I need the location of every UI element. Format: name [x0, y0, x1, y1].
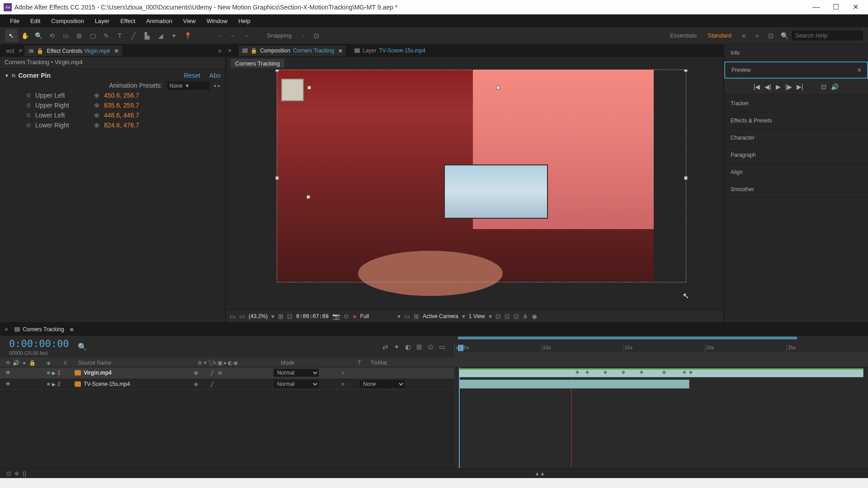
sync-icon-icon[interactable]: ⊡: [764, 29, 777, 42]
workspace-overflow-icon[interactable]: »: [751, 29, 764, 42]
status-braces[interactable]: {}: [23, 470, 26, 477]
vc-icon[interactable]: ▭: [239, 313, 245, 320]
timeline-search-icon[interactable]: 🔍: [78, 343, 87, 351]
snap2-icon[interactable]: ⊡: [310, 29, 323, 42]
search-input[interactable]: [791, 30, 863, 41]
vc-icon[interactable]: ▭: [230, 313, 236, 320]
maximize-button[interactable]: ☐: [827, 0, 845, 13]
zoom-indicator-icon[interactable]: ▲▲: [534, 470, 545, 477]
shape-tool-icon[interactable]: ▢: [86, 29, 99, 42]
first-frame-icon[interactable]: |◀: [754, 83, 760, 90]
about-link[interactable]: Abo: [209, 72, 221, 79]
viewer-time[interactable]: 0:00:07:08: [296, 313, 329, 319]
loop-icon[interactable]: ⊡: [821, 83, 826, 90]
views-select[interactable]: 1 View: [469, 313, 485, 319]
smoother-panel[interactable]: Smoother: [724, 181, 868, 198]
mode-select[interactable]: Normal: [274, 380, 319, 388]
corner-handle[interactable]: [496, 86, 500, 89]
mode-select[interactable]: Normal: [274, 369, 319, 377]
layer-bar[interactable]: [459, 380, 689, 389]
twirl-icon[interactable]: ▶: [52, 371, 56, 375]
stopwatch-icon[interactable]: ⊙: [26, 102, 31, 108]
play-icon[interactable]: ▶: [776, 83, 781, 90]
target-icon[interactable]: ⊕: [94, 122, 99, 129]
tl-icon[interactable]: ⊞: [416, 343, 422, 351]
target-icon[interactable]: ⊕: [94, 112, 99, 119]
target-icon[interactable]: ⊕: [94, 102, 99, 109]
menu-effect[interactable]: Effect: [115, 16, 141, 26]
vc-dropdown-icon[interactable]: ▾: [397, 313, 401, 320]
stopwatch-icon[interactable]: ⊙: [26, 92, 31, 99]
mute-icon[interactable]: 🔊: [831, 83, 839, 90]
twirl-icon[interactable]: ▶: [52, 382, 56, 387]
keyframe-icon[interactable]: [576, 371, 579, 374]
channel-icon[interactable]: ●: [353, 313, 356, 320]
status-icon[interactable]: ⊕: [14, 470, 19, 477]
label-icon[interactable]: ■: [45, 370, 52, 376]
zoom-tool-icon[interactable]: 🔍: [32, 29, 45, 42]
tl-icon[interactable]: ✦: [394, 343, 400, 351]
vc-icon[interactable]: ⋔: [523, 313, 528, 320]
vc-icon[interactable]: ⊞: [414, 313, 419, 320]
axis2-icon[interactable]: ⋅⋅: [226, 29, 239, 42]
type-tool-icon[interactable]: T: [113, 29, 126, 42]
menu-window[interactable]: Window: [201, 16, 233, 26]
comp-tab-close[interactable]: ×: [228, 47, 231, 54]
bbox-handle[interactable]: [684, 70, 688, 72]
stopwatch-icon[interactable]: ⊙: [26, 112, 31, 118]
character-panel[interactable]: Character: [724, 129, 868, 146]
corner-handle[interactable]: [307, 86, 311, 89]
menu-view[interactable]: View: [178, 16, 201, 26]
presets-select[interactable]: None ▾: [167, 81, 210, 90]
layer-bar[interactable]: [459, 368, 863, 377]
tl-icon[interactable]: ▭: [439, 343, 445, 351]
comp-breadcrumb[interactable]: Corners Tracking: [231, 59, 284, 68]
viewer[interactable]: ↖: [226, 70, 723, 310]
composition-tab[interactable]: 🔒 Composition Corners Tracking ≡: [239, 46, 345, 56]
effects-presets-panel[interactable]: Effects & Presets: [724, 112, 868, 129]
vc-icon[interactable]: ⊡: [514, 313, 519, 320]
tl-icon[interactable]: ◐: [405, 343, 411, 351]
camera-tool-icon[interactable]: ▭: [59, 29, 72, 42]
keyframe-icon[interactable]: [640, 371, 643, 374]
paragraph-panel[interactable]: Paragraph: [724, 146, 868, 164]
next-frame-icon[interactable]: |▶: [785, 83, 792, 90]
prev-frame-icon[interactable]: ◀|: [764, 83, 771, 90]
workspace-standard[interactable]: Standard: [702, 30, 737, 41]
prop-value[interactable]: 450.6, 256.7: [104, 92, 139, 99]
vc-icon[interactable]: ⊡: [505, 313, 510, 320]
col-source-name[interactable]: Source Name: [78, 360, 196, 366]
vc-icon[interactable]: ◉: [532, 313, 537, 320]
keyframe-icon[interactable]: [585, 371, 589, 374]
clone-tool-icon[interactable]: ▙: [141, 29, 153, 42]
prev-preset-icon[interactable]: ◂: [213, 83, 216, 89]
pen-tool-icon[interactable]: ✎: [100, 29, 113, 42]
prop-value[interactable]: 824.6, 476.7: [104, 122, 139, 129]
next-preset-icon[interactable]: ▸: [218, 83, 221, 89]
vc-icon[interactable]: ⊡: [495, 313, 501, 320]
quality-select[interactable]: Full: [360, 313, 369, 319]
tl-icon[interactable]: ⇄: [382, 343, 388, 351]
menu-animation[interactable]: Animation: [141, 16, 178, 26]
layer-row[interactable]: 👁■ ▶2 TV-Scene-15s.mp4 ⊕╱ Normal ■ None: [0, 379, 454, 390]
pin-tool-icon[interactable]: 📍: [181, 29, 194, 42]
workspace-menu-icon[interactable]: ≡: [737, 29, 750, 42]
last-frame-icon[interactable]: ▶|: [797, 83, 803, 90]
overflow-icon[interactable]: »: [218, 47, 222, 54]
preview-panel[interactable]: Preview≡: [724, 61, 868, 79]
fx-icon[interactable]: fx: [12, 73, 16, 78]
close-button[interactable]: ✕: [846, 0, 864, 13]
prop-value[interactable]: 835.6, 259.7: [104, 102, 139, 109]
twirl-icon[interactable]: ▼: [5, 73, 9, 78]
info-panel[interactable]: Info: [724, 44, 868, 61]
col-num[interactable]: #: [54, 360, 76, 366]
project-tab[interactable]: ect: [2, 46, 19, 56]
label-icon[interactable]: ■: [45, 381, 52, 387]
vc-icon[interactable]: ⊙: [344, 313, 349, 320]
minimize-button[interactable]: —: [807, 1, 825, 14]
reset-link[interactable]: Reset: [184, 72, 201, 79]
eye-icon[interactable]: 👁: [5, 381, 12, 387]
keyframe-icon[interactable]: [662, 371, 666, 374]
corner-handle[interactable]: [307, 195, 310, 199]
project-tab-close[interactable]: ×: [19, 47, 22, 54]
